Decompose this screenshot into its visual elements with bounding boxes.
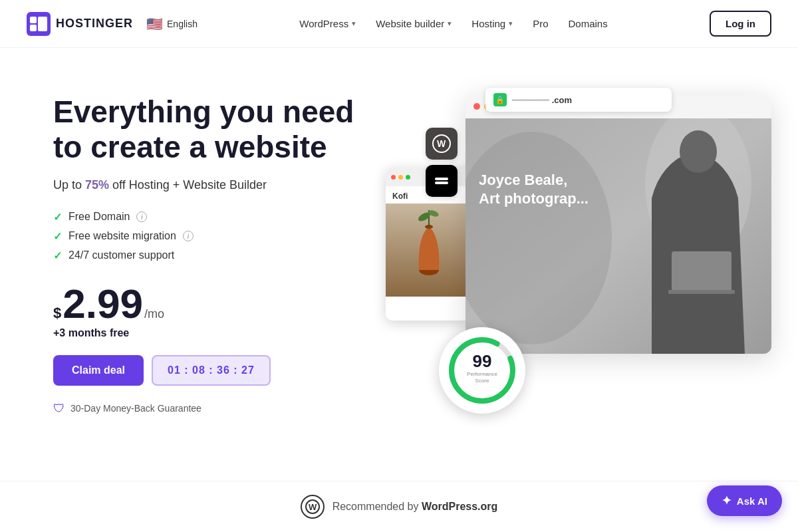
wordpress-logo: W — [301, 495, 325, 519]
dot-red — [391, 175, 396, 180]
kofi-title: Kofi — [392, 192, 408, 201]
performance-score-card: 99 Performance Score — [439, 327, 525, 414]
nav-wordpress[interactable]: WordPress ▾ — [299, 18, 356, 29]
price-dollar: $ — [53, 305, 61, 322]
sparkle-icon: ✦ — [722, 493, 732, 508]
svg-text:Performance: Performance — [467, 371, 497, 377]
svg-text:W: W — [437, 138, 446, 149]
price-number: 2.99 — [63, 283, 143, 325]
check-icon: ✓ — [53, 249, 62, 262]
feature-item: ✓ Free Domain i — [53, 211, 372, 223]
svg-rect-6 — [435, 182, 448, 184]
language-label: English — [167, 19, 198, 29]
svg-text:Joyce Beale,: Joyce Beale, — [479, 172, 567, 188]
svg-text:Art photograp...: Art photograp... — [479, 190, 589, 207]
url-text: ━━━━━━━ .com — [512, 95, 572, 105]
shield-icon: 🛡 — [53, 402, 65, 416]
subtitle-highlight: 75% — [85, 178, 109, 192]
wordpress-icon: W — [426, 128, 458, 160]
recommended-text: Recommended by WordPress.org — [332, 501, 498, 513]
navbar-left: HOSTINGER 🇺🇸 English — [27, 12, 198, 36]
dot-red — [473, 103, 480, 110]
dot-yellow — [398, 175, 403, 180]
svg-rect-0 — [30, 17, 37, 23]
navbar: HOSTINGER 🇺🇸 English WordPress ▾ Website… — [0, 0, 798, 48]
ask-ai-label: Ask AI — [737, 495, 767, 507]
svg-text:W: W — [309, 502, 317, 512]
recommended-bold: WordPress.org — [422, 501, 497, 512]
info-icon[interactable]: i — [136, 211, 147, 222]
navbar-center: WordPress ▾ Website builder ▾ Hosting ▾ … — [299, 18, 607, 29]
chevron-down-icon: ▾ — [509, 19, 513, 28]
squarespace-icon — [426, 165, 458, 197]
chevron-down-icon: ▾ — [352, 19, 356, 28]
lock-icon: 🔒 — [493, 93, 507, 106]
features-list: ✓ Free Domain i ✓ Free website migration… — [53, 211, 372, 262]
hero-title: Everything you need to create a website — [53, 94, 372, 165]
price-bonus: +3 months free — [53, 327, 372, 339]
browser-content: Joyce Beale, Art photograp... — [466, 118, 771, 354]
dot-green — [406, 175, 410, 180]
nav-website-builder[interactable]: Website builder ▾ — [376, 18, 452, 29]
check-icon: ✓ — [53, 230, 62, 243]
flag-icon: 🇺🇸 — [146, 16, 163, 32]
subtitle-prefix: Up to — [53, 178, 85, 192]
login-button[interactable]: Log in — [710, 11, 771, 37]
svg-rect-18 — [672, 251, 732, 291]
svg-text:99: 99 — [473, 351, 492, 371]
feature-label: Free Domain — [68, 211, 130, 223]
feature-item: ✓ Free website migration i — [53, 230, 372, 243]
svg-rect-5 — [435, 178, 448, 180]
countdown-timer: 01 : 08 : 36 : 27 — [152, 355, 271, 386]
price-per-month: /mo — [144, 307, 164, 321]
svg-rect-1 — [30, 25, 37, 31]
feature-label: Free website migration — [68, 230, 176, 242]
nav-pro[interactable]: Pro — [533, 18, 548, 29]
svg-text:Score: Score — [475, 378, 489, 384]
feature-item: ✓ 24/7 customer support — [53, 249, 372, 262]
nav-hosting[interactable]: Hosting ▾ — [471, 18, 513, 29]
logo[interactable]: HOSTINGER — [27, 12, 133, 36]
cta-row: Claim deal 01 : 08 : 36 : 27 — [53, 355, 372, 386]
nav-domains[interactable]: Domains — [569, 18, 608, 29]
check-icon: ✓ — [53, 211, 62, 223]
ask-ai-button[interactable]: ✦ Ask AI — [707, 485, 782, 516]
hero-content: Everything you need to create a website … — [53, 88, 372, 416]
recommended-bar: W Recommended by WordPress.org — [0, 481, 798, 532]
price-main: $ 2.99 /mo — [53, 283, 372, 325]
main-browser-mockup: Joyce Beale, Art photograp... — [466, 94, 771, 354]
navbar-right: Log in — [710, 11, 771, 37]
guarantee-row: 🛡 30-Day Money-Back Guarantee — [53, 402, 372, 416]
claim-deal-button[interactable]: Claim deal — [53, 355, 144, 386]
price-block: $ 2.99 /mo +3 months free — [53, 283, 372, 339]
chevron-down-icon: ▾ — [448, 19, 452, 28]
url-domain: .com — [552, 95, 572, 105]
url-bar: 🔒 ━━━━━━━ .com — [485, 88, 672, 112]
hero-section: Everything you need to create a website … — [0, 48, 798, 480]
hero-subtitle: Up to 75% off Hosting + Website Builder — [53, 178, 372, 192]
svg-rect-2 — [38, 17, 47, 31]
svg-rect-19 — [668, 290, 735, 294]
performance-circle: 99 Performance Score — [446, 334, 519, 407]
subtitle-rest: off Hosting + Website Builder — [109, 178, 267, 192]
feature-label: 24/7 customer support — [68, 249, 174, 261]
logo-text: HOSTINGER — [56, 17, 133, 31]
hero-image-area: 🔒 ━━━━━━━ .com W — [386, 88, 771, 434]
language-selector[interactable]: 🇺🇸 English — [146, 16, 198, 32]
sidebar-icons: W — [426, 128, 458, 197]
logo-icon — [27, 12, 51, 36]
svg-point-17 — [680, 130, 717, 173]
info-icon[interactable]: i — [183, 231, 194, 241]
guarantee-text: 30-Day Money-Back Guarantee — [70, 403, 201, 414]
